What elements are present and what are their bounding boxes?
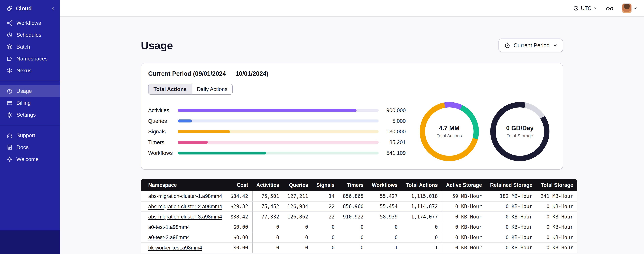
bar-fill [178, 141, 208, 144]
sidebar-item-usage[interactable]: Usage [0, 85, 60, 97]
cell-activities: 77,332 [252, 212, 283, 222]
bar-value: 85,201 [379, 139, 406, 146]
cell-queries: 127,211 [283, 191, 312, 202]
namespace-link[interactable]: abs-migration-cluster-1.a98mm4 [148, 193, 222, 199]
cell-timers: 0 [339, 243, 368, 253]
cell-namespace: abs-migration-cluster-3.a98mm4 [141, 212, 226, 222]
column-header-retained-storage: Retained Storage [486, 179, 536, 191]
tab-daily-actions[interactable]: Daily Actions [192, 84, 232, 94]
timezone-selector[interactable]: UTC [573, 5, 598, 11]
cell-queries: 126,984 [283, 202, 312, 212]
sidebar-item-schedules[interactable]: Schedules [0, 29, 60, 41]
support-icon [6, 132, 13, 138]
sidebar-item-welcome[interactable]: Welcome [0, 153, 60, 165]
tab-total-actions[interactable]: Total Actions [148, 84, 192, 94]
cell-total-actions: 1,174,077 [402, 212, 442, 222]
bar-value: 541,109 [379, 150, 406, 156]
bar-fill [178, 130, 230, 133]
chevron-down-icon [553, 43, 558, 48]
cell-active-storage: 0 KB-Hour [442, 243, 486, 253]
account-menu[interactable] [622, 3, 638, 13]
cell-signals: 22 [312, 202, 339, 212]
table-row: bk-worker-test.a98mm4 $0.00 0 0 0 0 1 1 … [141, 243, 577, 253]
cell-total-actions: 1 [402, 243, 442, 253]
sidebar-item-label: Settings [16, 112, 36, 118]
cell-retained-storage: 0 KB-Hour [486, 232, 536, 243]
cell-activities: 0 [252, 243, 283, 253]
cell-cost: $0.00 [226, 232, 252, 243]
cell-signals: 0 [312, 222, 339, 232]
period-selector-button[interactable]: Current Period [498, 38, 563, 52]
temporal-logo-icon [6, 5, 13, 12]
bar-row-signals: Signals 130,000 [148, 126, 406, 137]
cell-active-storage: 0 KB-Hour [442, 202, 486, 212]
namespace-link[interactable]: abs-migration-cluster-2.a98mm4 [148, 204, 222, 209]
cell-active-storage: 0 KB-Hour [442, 232, 486, 243]
total-actions-caption: Total Actions [437, 133, 462, 138]
app-window: Cloud Workflows Schedules [0, 0, 644, 254]
bar-row-timers: Timers 85,201 [148, 137, 406, 148]
total-actions-donut: 4.7 MM Total Actions [420, 102, 479, 161]
cell-total-storage: 0 KB-Hour [536, 212, 577, 222]
namespace-link[interactable]: a0-test-1.a98mm4 [148, 224, 190, 230]
billing-icon [6, 100, 13, 106]
topbar: UTC [60, 0, 644, 17]
batch-icon [6, 44, 13, 50]
bar-fill [178, 109, 356, 112]
sidebar-item-namespaces[interactable]: Namespaces [0, 53, 60, 65]
settings-icon [6, 112, 13, 118]
bar-track [178, 120, 378, 122]
cell-total-actions: 1,115,018 [402, 191, 442, 202]
workflows-icon [6, 20, 13, 26]
table-header-row: Namespace Cost Activities Queries Signal… [141, 179, 577, 191]
sidebar-item-workflows[interactable]: Workflows [0, 17, 60, 29]
namespace-link[interactable]: bk-worker-test.a98mm4 [148, 245, 202, 250]
cell-signals: 22 [312, 212, 339, 222]
bar-label: Activities [148, 107, 178, 114]
table-row: a0-test-1.a98mm4 $0.00 0 0 0 0 0 0 0 KB-… [141, 222, 577, 232]
sidebar-item-nexus[interactable]: Nexus [0, 65, 60, 76]
donut-center: 0 GB/Day Total Storage [496, 108, 544, 156]
donut-center: 4.7 MM Total Actions [425, 108, 474, 156]
cell-timers: 856,960 [339, 202, 368, 212]
cell-timers: 910,922 [339, 212, 368, 222]
cell-namespace: abs-migration-cluster-2.a98mm4 [141, 202, 226, 212]
namespace-link[interactable]: a0-test-2.a98mm4 [148, 234, 190, 240]
table-row: abs-migration-cluster-1.a98mm4 $34.42 75… [141, 191, 577, 202]
column-header-active-storage: Active Storage [442, 179, 486, 191]
sidebar-item-support[interactable]: Support [0, 130, 60, 142]
table-row: a0-test-2.a98mm4 $0.00 0 0 0 0 0 0 0 KB-… [141, 232, 577, 243]
cell-total-storage: 0 KB-Hour [536, 202, 577, 212]
namespace-link[interactable]: abs-migration-cluster-3.a98mm4 [148, 214, 222, 220]
sidebar-collapse-button[interactable] [50, 6, 56, 11]
clock-icon [573, 5, 579, 11]
stopwatch-icon [504, 42, 510, 48]
cell-active-storage: 59 MB-Hour [442, 191, 486, 202]
cell-cost: $38.42 [226, 212, 252, 222]
sidebar-item-settings[interactable]: Settings [0, 109, 60, 121]
cell-retained-storage: 182 MB-Hour [486, 191, 536, 202]
bar-fill [178, 152, 266, 154]
sidebar-item-docs[interactable]: Docs [0, 142, 60, 153]
sidebar-item-batch[interactable]: Batch [0, 41, 60, 53]
sidebar-nav-account: Usage Billing Settings [0, 85, 60, 121]
total-storage-donut: 0 GB/Day Total Storage [490, 102, 550, 161]
cell-total-storage: 0 KB-Hour [536, 232, 577, 243]
sidebar-item-billing[interactable]: Billing [0, 97, 60, 109]
cell-active-storage: 0 KB-Hour [442, 222, 486, 232]
sidebar-item-label: Batch [16, 44, 30, 50]
sidebar-logo-row[interactable]: Cloud [0, 0, 60, 16]
cell-total-storage: 0 KB-Hour [536, 222, 577, 232]
cell-workflows: 0 [368, 232, 402, 243]
glasses-icon[interactable] [606, 6, 614, 11]
cell-queries: 126,862 [283, 212, 312, 222]
cell-retained-storage: 0 KB-Hour [486, 212, 536, 222]
cell-cost: $29.32 [226, 202, 252, 212]
cell-namespace: abs-migration-cluster-1.a98mm4 [141, 191, 226, 202]
cell-activities: 0 [252, 222, 283, 232]
column-header-queries: Queries [283, 179, 312, 191]
main-area: Usage Current Period Current Period (09/… [60, 17, 644, 254]
bar-label: Workflows [148, 150, 178, 156]
cell-retained-storage: 0 KB-Hour [486, 243, 536, 253]
cell-workflows: 55,427 [368, 191, 402, 202]
